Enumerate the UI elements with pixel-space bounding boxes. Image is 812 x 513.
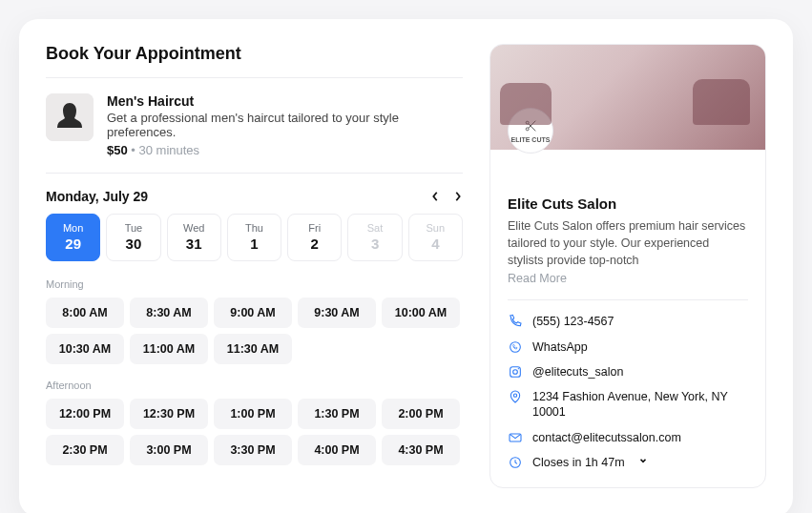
time-slot[interactable]: 12:30 PM: [130, 399, 208, 429]
salon-instagram-row[interactable]: @elitecuts_salon: [508, 364, 748, 380]
time-slot[interactable]: 1:00 PM: [214, 399, 292, 429]
chevron-down-icon: [635, 455, 648, 468]
day-name: Mon: [47, 222, 99, 234]
clock-icon: [508, 455, 523, 470]
service-price: $50: [107, 143, 128, 157]
time-slot[interactable]: 2:30 PM: [46, 435, 124, 465]
whatsapp-icon: [508, 339, 523, 355]
service-duration: 30 minutes: [138, 143, 199, 157]
instagram-icon: [508, 364, 523, 380]
svg-point-7: [513, 370, 518, 375]
time-slot[interactable]: 4:00 PM: [298, 435, 376, 465]
next-week-button[interactable]: [453, 190, 463, 203]
morning-label: Morning: [46, 278, 463, 290]
service-description: Get a professional men's haircut tailore…: [107, 111, 463, 139]
page-title: Book Your Appointment: [46, 44, 463, 64]
salon-banner-image: ELITE CUTS: [490, 45, 765, 150]
day-name: Sat: [348, 222, 401, 234]
time-slot[interactable]: 10:00 AM: [382, 298, 460, 328]
afternoon-label: Afternoon: [46, 380, 463, 391]
salon-address: 1234 Fashion Avenue, New York, NY 10001: [532, 389, 748, 421]
day-name: Thu: [228, 222, 281, 234]
salon-hours: Closes in 1h 47m: [532, 455, 625, 470]
salon-hours-row[interactable]: Closes in 1h 47m: [508, 455, 748, 470]
time-slot[interactable]: 11:00 AM: [130, 334, 208, 364]
day-option[interactable]: Wed31: [167, 214, 221, 261]
divider: [508, 299, 748, 300]
day-name: Sun: [409, 222, 462, 234]
day-number: 1: [228, 236, 281, 252]
afternoon-slots: 12:00 PM12:30 PM1:00 PM1:30 PM2:00 PM2:3…: [46, 399, 463, 465]
time-slot[interactable]: 8:00 AM: [46, 298, 124, 328]
salon-email: contact@elitecutssalon.com: [532, 430, 681, 445]
day-option[interactable]: Mon29: [46, 214, 100, 261]
day-name: Wed: [168, 222, 220, 234]
chevron-left-icon: [431, 191, 439, 202]
prev-week-button[interactable]: [430, 190, 440, 203]
day-option: Sat3: [347, 214, 402, 261]
day-number: 29: [47, 236, 99, 252]
divider: [46, 77, 463, 78]
date-navigation: [430, 190, 463, 203]
day-name: Tue: [107, 222, 159, 234]
map-pin-icon: [508, 389, 523, 404]
time-slot[interactable]: 3:30 PM: [214, 435, 292, 465]
day-name: Fri: [288, 222, 341, 234]
salon-description: Elite Cuts Salon offers premium hair ser…: [508, 217, 748, 269]
selected-date-label: Monday, July 29: [46, 189, 148, 204]
salon-email-row[interactable]: contact@elitecutssalon.com: [508, 430, 748, 445]
day-option[interactable]: Fri2: [287, 214, 342, 261]
time-slot[interactable]: 10:30 AM: [46, 334, 124, 364]
day-option[interactable]: Thu1: [227, 214, 281, 261]
time-slot[interactable]: 4:30 PM: [382, 435, 460, 465]
phone-icon: [508, 314, 523, 329]
salon-address-row[interactable]: 1234 Fashion Avenue, New York, NY 10001: [508, 389, 748, 421]
time-slot[interactable]: 3:00 PM: [130, 435, 208, 465]
person-silhouette-icon: [46, 93, 94, 141]
day-number: 4: [409, 236, 462, 252]
day-number: 31: [168, 236, 220, 252]
day-number: 30: [107, 236, 159, 252]
salon-whatsapp: WhatsApp: [532, 339, 588, 355]
time-slot[interactable]: 12:00 PM: [46, 399, 124, 429]
time-slot[interactable]: 11:30 AM: [214, 334, 292, 364]
service-thumbnail: [46, 93, 94, 141]
read-more-link[interactable]: Read More: [508, 272, 567, 285]
booking-card: Book Your Appointment Men's Haircut Get …: [19, 19, 793, 513]
salon-whatsapp-row[interactable]: WhatsApp: [508, 339, 748, 355]
day-option[interactable]: Tue30: [106, 214, 160, 261]
mail-icon: [508, 430, 523, 445]
salon-phone-row[interactable]: (555) 123-4567: [508, 314, 748, 329]
day-option: Sun4: [408, 214, 463, 261]
salon-name: Elite Cuts Salon: [508, 195, 748, 212]
time-slot[interactable]: 1:30 PM: [298, 399, 376, 429]
service-meta: $50 • 30 minutes: [107, 143, 463, 157]
scissors-icon: [523, 118, 538, 133]
booking-left-panel: Book Your Appointment Men's Haircut Get …: [46, 44, 463, 488]
day-number: 2: [288, 236, 341, 252]
svg-point-8: [518, 368, 519, 369]
svg-point-9: [513, 394, 516, 397]
time-slot[interactable]: 2:00 PM: [382, 399, 460, 429]
salon-phone: (555) 123-4567: [532, 314, 614, 329]
svg-point-1: [526, 121, 529, 124]
salon-info-panel: ELITE CUTS Elite Cuts Salon Elite Cuts S…: [489, 44, 766, 488]
day-number: 3: [348, 236, 401, 252]
chevron-right-icon: [454, 191, 462, 202]
time-slot[interactable]: 9:00 AM: [214, 298, 292, 328]
service-title: Men's Haircut: [107, 93, 463, 109]
svg-point-5: [510, 341, 521, 352]
time-slot[interactable]: 8:30 AM: [130, 298, 208, 328]
morning-slots: 8:00 AM8:30 AM9:00 AM9:30 AM10:00 AM10:3…: [46, 298, 463, 364]
day-picker: Mon29Tue30Wed31Thu1Fri2Sat3Sun4: [46, 214, 463, 261]
salon-logo: ELITE CUTS: [508, 108, 553, 154]
salon-instagram: @elitecuts_salon: [532, 364, 623, 380]
service-summary: Men's Haircut Get a professional men's h…: [46, 93, 463, 174]
time-slot[interactable]: 9:30 AM: [298, 298, 376, 328]
